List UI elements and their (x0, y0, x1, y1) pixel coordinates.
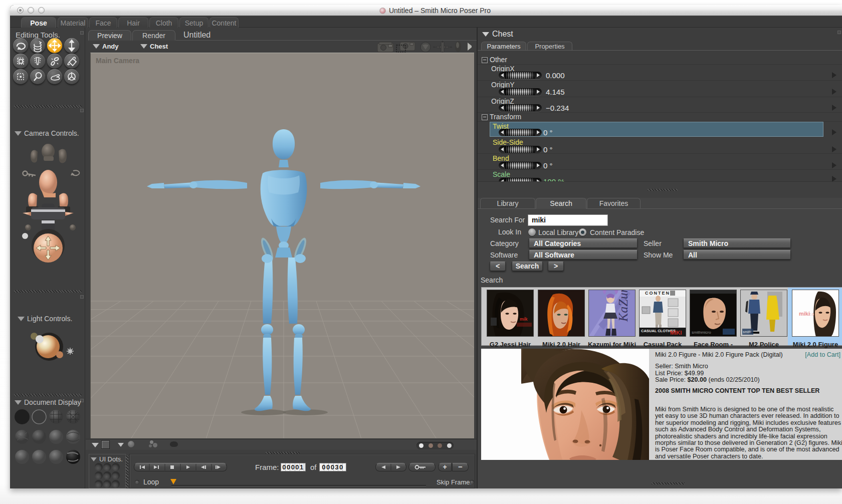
svg-text:smithmicro: smithmicro (692, 330, 711, 335)
svg-text:KaZumi: KaZumi (616, 290, 630, 322)
svg-text:smith: smith (743, 330, 751, 334)
svg-text:2.0: 2.0 (808, 312, 814, 317)
svg-text:MIKI: MIKI (670, 330, 682, 336)
svg-text:mik: mik (520, 317, 528, 322)
svg-text:CONTENT: CONTENT (645, 291, 674, 296)
